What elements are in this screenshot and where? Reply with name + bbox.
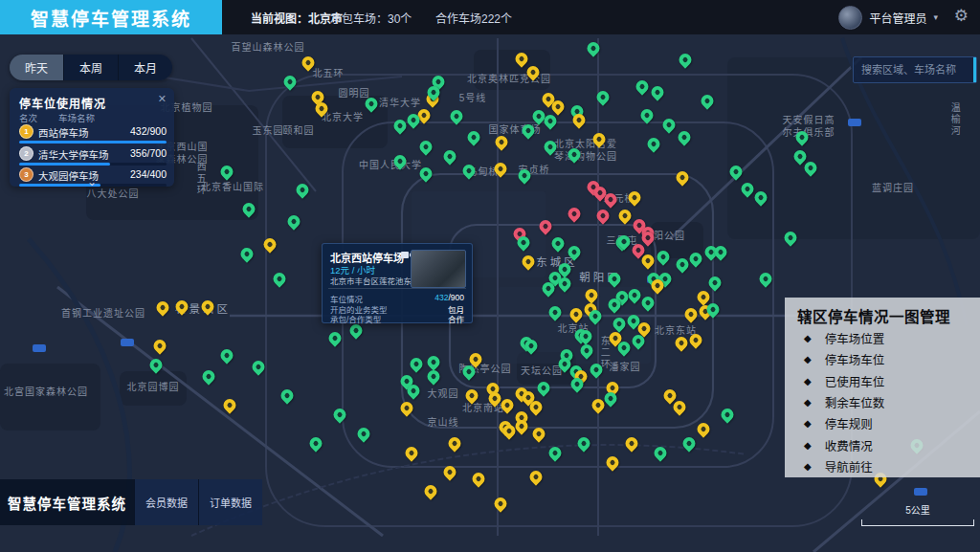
info-item-1: ◆停车场位置	[804, 329, 884, 347]
close-icon[interactable]: ✕	[158, 93, 167, 105]
map-label: 西五环	[194, 162, 207, 196]
map-label: 中国人民大学	[359, 160, 422, 172]
map-label: 北京南站	[462, 403, 504, 415]
map-label: 北京香山国际	[201, 182, 264, 194]
info-item-label: 剩余车位数	[825, 393, 885, 411]
road-number-badge	[33, 344, 46, 352]
parking-lot-popup[interactable]: 北京西站停车场 12元 / 小时 北京市丰台区莲花池东路 车位情况432/900…	[322, 243, 473, 323]
parking-photo[interactable]	[411, 250, 466, 288]
footer-button-订单数据[interactable]: 订单数据	[198, 479, 262, 525]
chevron-down-icon[interactable]: ⌄	[87, 176, 97, 188]
info-item-label: 停车场车位	[825, 350, 885, 368]
info-item-label: 收费情况	[825, 436, 873, 454]
info-item-5: ◆停车规则	[804, 414, 873, 432]
map-label: 圆明园	[339, 88, 370, 100]
gear-icon[interactable]: ⚙	[954, 8, 969, 24]
map-label: 大观园	[428, 388, 459, 401]
map-label: 蓝调庄园	[872, 183, 914, 195]
footer-button-会员数据[interactable]: 会员数据	[134, 479, 198, 525]
usage-row[interactable]: 2清华大学停车场356/700	[19, 144, 167, 166]
search-input[interactable]	[854, 64, 976, 76]
popup-row: 承包/合作类型合作	[330, 313, 464, 323]
map-label: 八大处公园	[87, 188, 140, 201]
map-label: 天坛公园	[521, 365, 563, 378]
top-header: 智慧停车管理系统 当前视图：北京市 承包车场：30个 合作车场222个 平台管理…	[0, 0, 980, 34]
info-item-2: ◆停车场车位	[804, 350, 884, 368]
usage-panel-title: 停车位使用情况	[19, 95, 106, 111]
time-range-tabs: 昨天本周本月	[10, 55, 172, 80]
popup-row-value: 合作	[448, 313, 464, 324]
bottom-bar: 智慧停车管理系统 会员数据订单数据	[0, 479, 262, 525]
user-name: 平台管理员	[869, 10, 926, 26]
map-label: 北京太阳宫爱 琴海购物公园	[554, 139, 617, 163]
info-item-7: ◆导航前往	[804, 457, 873, 475]
popup-row-label: 承包/合作类型	[330, 313, 381, 324]
info-item-label: 导航前往	[825, 457, 873, 475]
search-accent-bar[interactable]	[973, 57, 976, 82]
usage-row[interactable]: 1西站停车场432/900	[19, 122, 167, 144]
map-scale: 5公里	[861, 502, 974, 526]
road-number-badge	[848, 119, 861, 126]
tab-本月[interactable]: 本月	[119, 55, 172, 80]
info-item-6: ◆收费情况	[804, 436, 873, 454]
map-label: 温榆河	[948, 102, 961, 137]
diamond-bullet-icon: ◆	[804, 376, 812, 386]
footer-brand: 智慧停车管理系统	[0, 479, 134, 525]
app-title: 智慧停车管理系统	[0, 0, 222, 34]
map-label: 北宫国家森林公园	[4, 386, 88, 399]
map-label: 潘家园	[610, 362, 641, 374]
popup-address: 北京市丰台区莲花池东路	[330, 275, 420, 286]
map-label: 北五环	[313, 68, 345, 80]
popup-row-value: 432/900	[434, 293, 464, 302]
rank-medal-icon: 3	[19, 167, 33, 182]
map-label: 百望山森林公园	[232, 42, 305, 55]
map-label: 5号线	[459, 93, 487, 105]
popup-divider	[328, 288, 466, 289]
map-label: 玉东园	[253, 125, 284, 138]
footer-buttons: 会员数据订单数据	[134, 479, 262, 525]
info-panel-title: 辖区停车情况一图管理	[797, 305, 950, 326]
map-scale-bracket	[861, 519, 974, 526]
info-item-label: 停车场位置	[825, 329, 885, 347]
app-window: 百望山森林公园北五环北京植物园圆明园北京大学玉东园颐和园北京西山国 家森林公园北…	[0, 0, 980, 552]
map-scale-label: 5公里	[861, 502, 974, 517]
diamond-bullet-icon: ◆	[804, 354, 812, 364]
tab-本周[interactable]: 本周	[64, 55, 119, 80]
diamond-bullet-icon: ◆	[804, 397, 812, 408]
search-box	[853, 56, 977, 83]
contracted-lots-stat: 承包车场：30个	[330, 0, 412, 34]
map-label: 天安假日高 尔夫俱乐部	[783, 115, 835, 139]
parking-usage-panel: 停车位使用情况 ✕ 名次 车场名称 1西站停车场432/9002清华大学停车场3…	[10, 88, 174, 187]
lot-usage-value: 432/900	[130, 125, 167, 137]
diamond-bullet-icon: ◆	[804, 333, 812, 343]
lot-usage-value: 356/700	[130, 147, 167, 159]
chevron-down-icon: ▾	[933, 12, 938, 22]
map-label: 北京大学	[322, 112, 364, 124]
user-menu[interactable]: 平台管理员 ▾	[838, 0, 938, 34]
rank-medal-icon: 2	[19, 146, 33, 161]
rank-medal-icon: 1	[19, 124, 33, 139]
lot-usage-value: 234/400	[130, 168, 167, 180]
avatar[interactable]	[838, 6, 862, 30]
lot-name: 西站停车场	[38, 125, 89, 140]
lot-name: 清华大学停车场	[38, 147, 109, 162]
info-item-label: 已使用车位	[825, 372, 885, 390]
info-item-label: 停车规则	[825, 414, 873, 432]
popup-row: 车位情况432/900	[330, 293, 464, 303]
map-label: 颐和园	[283, 125, 315, 138]
map-label: 清华大学	[379, 98, 421, 110]
info-item-3: ◆已使用车位	[804, 372, 884, 390]
tab-昨天[interactable]: 昨天	[10, 55, 64, 80]
map-label: 京山线	[428, 417, 459, 430]
partner-lots-stat: 合作车场222个	[435, 0, 512, 34]
road-number-badge	[121, 339, 134, 346]
district-info-panel: 辖区停车情况一图管理 ◆停车场位置◆停车场车位◆已使用车位◆剩余车位数◆停车规则…	[785, 298, 980, 477]
diamond-bullet-icon: ◆	[804, 440, 812, 451]
diamond-bullet-icon: ◆	[804, 461, 812, 472]
popup-row: 开启的业务类型包月	[330, 303, 464, 314]
info-item-4: ◆剩余车位数	[804, 393, 884, 411]
current-view-stat: 当前视图：北京市	[251, 0, 343, 34]
diamond-bullet-icon: ◆	[804, 418, 812, 429]
road-number-badge	[914, 488, 927, 496]
map-label: 首钢工业遗址公园	[61, 308, 145, 320]
